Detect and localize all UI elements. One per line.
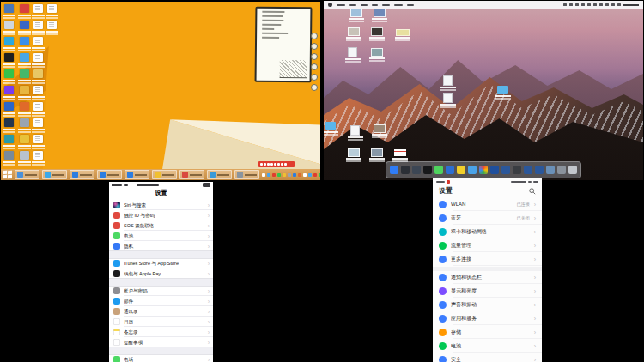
widget-button[interactable] [311, 33, 318, 39]
settings-row[interactable]: 帐户与密码 › [109, 286, 213, 296]
desktop-icon[interactable] [20, 86, 29, 94]
menu-item[interactable] [394, 4, 403, 6]
settings-row[interactable]: 触控 ID 与密码 › [109, 210, 213, 220]
dock-app-icon[interactable] [513, 166, 521, 174]
dock-app-icon[interactable] [412, 166, 421, 174]
tray-icon[interactable] [283, 173, 286, 177]
desktop-icon[interactable] [371, 148, 383, 157]
desktop-icon[interactable] [396, 29, 410, 36]
widget-button[interactable] [311, 74, 318, 81]
tray-icon[interactable] [308, 173, 312, 177]
settings-row[interactable]: Siri 与搜索 › [109, 200, 213, 210]
taskbar-app-button[interactable] [15, 170, 39, 179]
settings-row[interactable]: 显示和亮度 › [433, 284, 542, 298]
desktop-icon[interactable] [348, 47, 357, 57]
desktop-icon[interactable] [371, 48, 383, 57]
settings-row[interactable]: 双卡和移动网络 › [433, 225, 542, 238]
dock-app-icon[interactable] [423, 166, 432, 174]
dock-app-icon[interactable] [457, 166, 465, 174]
desktop-icon[interactable] [33, 151, 43, 160]
desktop-icon[interactable] [20, 69, 29, 78]
menu-item[interactable] [372, 4, 378, 6]
settings-row[interactable]: 应用和服务 › [433, 311, 542, 325]
dock-app-icon[interactable] [524, 166, 532, 174]
status-icon[interactable] [587, 3, 591, 6]
desktop-icon[interactable] [4, 37, 14, 45]
status-icon[interactable] [563, 3, 567, 6]
desktop-icon[interactable] [47, 21, 57, 29]
status-icon[interactable] [599, 3, 603, 6]
desktop-icon[interactable] [33, 53, 43, 62]
settings-row[interactable]: 声音和振动 › [433, 298, 542, 311]
desktop-icon[interactable] [20, 151, 29, 160]
taskbar-app-button[interactable] [207, 170, 232, 179]
dock-app-icon[interactable] [546, 166, 555, 174]
tray-icon[interactable] [319, 173, 320, 177]
desktop-icon[interactable] [20, 4, 29, 13]
widget-button[interactable] [311, 63, 318, 70]
dock-app-icon[interactable] [501, 166, 510, 174]
dock-app-icon[interactable] [446, 166, 454, 174]
apple-menu-icon[interactable] [328, 3, 332, 7]
settings-row[interactable]: 更多连接 › [433, 252, 542, 266]
desktop-icon[interactable] [33, 102, 43, 111]
menu-item[interactable] [361, 4, 368, 6]
tray-icon[interactable] [298, 173, 301, 177]
status-icon[interactable] [593, 3, 597, 6]
desktop-icon[interactable] [325, 122, 336, 130]
security-alert-badge[interactable] [258, 161, 295, 167]
tray-icon[interactable] [277, 173, 281, 177]
settings-row[interactable]: 蓝牙 已关闭 › [433, 211, 542, 225]
status-icon[interactable] [611, 3, 615, 6]
settings-row[interactable]: WLAN 已连接 › [433, 197, 542, 211]
menu-item[interactable] [349, 4, 356, 6]
desktop-icon[interactable] [4, 53, 14, 62]
settings-row[interactable]: 备忘录 › [109, 327, 213, 337]
menu-bar-clock[interactable] [623, 4, 639, 6]
search-icon[interactable] [529, 188, 536, 195]
menu-item[interactable] [382, 4, 390, 6]
menu-item[interactable] [337, 4, 345, 6]
tray-icon[interactable] [313, 173, 317, 177]
desktop-icon[interactable] [4, 86, 14, 94]
desktop-icon[interactable] [374, 9, 386, 17]
desktop-icon[interactable] [443, 93, 453, 103]
desktop-icon[interactable] [20, 135, 29, 143]
desktop-icon[interactable] [20, 53, 29, 62]
taskbar-app-button[interactable] [97, 170, 122, 179]
tray-icon[interactable] [272, 173, 276, 177]
desktop-icon[interactable] [4, 4, 14, 13]
desktop-icon[interactable] [350, 9, 362, 17]
desktop-icon[interactable] [33, 118, 43, 127]
desktop-icon[interactable] [4, 21, 14, 29]
status-icon[interactable] [617, 3, 621, 6]
desktop-icon[interactable] [443, 75, 453, 86]
dock-app-icon[interactable] [568, 166, 577, 174]
desktop-icon[interactable] [4, 151, 14, 160]
tray-icon[interactable] [262, 173, 265, 177]
dock-app-icon[interactable] [535, 166, 544, 174]
tray-icon[interactable] [288, 173, 291, 177]
settings-row[interactable]: 通知和状态栏 › [433, 270, 542, 284]
desktop-icon[interactable] [20, 21, 29, 29]
dock-app-icon[interactable] [390, 166, 398, 174]
dock-app-icon[interactable] [434, 166, 443, 174]
desktop-icon[interactable] [20, 118, 29, 127]
settings-row[interactable]: iTunes Store 与 App Store › [109, 258, 213, 268]
menu-item[interactable] [407, 4, 414, 6]
desktop-icon[interactable] [371, 27, 383, 36]
desktop-icon[interactable] [394, 149, 406, 156]
settings-row[interactable]: SOS 紧急联络 › [109, 220, 213, 231]
desktop-icon[interactable] [33, 135, 43, 143]
widget-button[interactable] [311, 43, 318, 50]
tray-icon[interactable] [293, 173, 296, 177]
settings-row[interactable]: 电池 › [433, 339, 542, 353]
tray-icon[interactable] [303, 173, 307, 177]
status-icon[interactable] [569, 3, 573, 6]
desktop-icon[interactable] [33, 21, 43, 29]
settings-row[interactable]: 流量管理 › [433, 238, 542, 252]
desktop-icon[interactable] [20, 37, 29, 45]
dock-app-icon[interactable] [557, 166, 566, 174]
desktop-icon[interactable] [4, 69, 14, 78]
tray-icon[interactable] [267, 173, 270, 177]
